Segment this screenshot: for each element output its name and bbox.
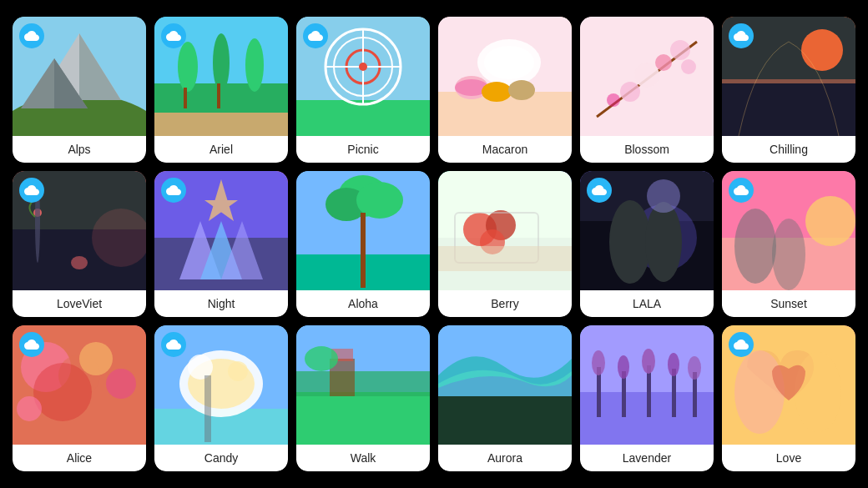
svg-point-9	[178, 42, 198, 92]
svg-point-71	[645, 202, 682, 282]
card-label-loveviet: LoveViet	[13, 290, 146, 317]
cloud-download-icon[interactable]	[729, 178, 754, 203]
card-night[interactable]: Night	[154, 171, 288, 317]
card-aurora[interactable]: Aurora	[438, 325, 572, 471]
svg-point-105	[618, 355, 629, 379]
cloud-download-icon[interactable]	[161, 23, 186, 48]
svg-point-40	[801, 29, 843, 71]
svg-point-113	[734, 350, 785, 434]
svg-point-35	[670, 40, 690, 60]
card-love[interactable]: Love	[722, 325, 855, 471]
card-candy[interactable]: Candy	[154, 325, 288, 471]
card-lavender[interactable]: Lavender	[580, 325, 714, 471]
card-label-night: Night	[154, 290, 288, 317]
card-label-alps: Alps	[13, 136, 146, 163]
svg-point-82	[79, 342, 113, 375]
svg-point-36	[607, 93, 620, 107]
cloud-download-icon[interactable]	[19, 332, 44, 357]
card-label-ariel: Ariel	[154, 136, 288, 163]
card-image-walk	[296, 325, 430, 445]
card-ariel[interactable]: Ariel	[154, 17, 288, 163]
card-image-ariel	[154, 17, 288, 136]
card-image-aurora	[438, 325, 572, 445]
svg-point-47	[71, 256, 88, 269]
card-walk[interactable]: Walk	[296, 325, 430, 471]
card-image-lala	[580, 171, 714, 290]
svg-point-11	[245, 38, 264, 92]
svg-rect-91	[204, 375, 211, 442]
card-loveviet[interactable]: LoveViet	[13, 171, 146, 317]
card-image-love	[722, 325, 855, 445]
cloud-download-icon[interactable]	[729, 23, 754, 48]
svg-point-77	[772, 219, 805, 290]
card-chilling[interactable]: Chilling	[722, 17, 855, 163]
card-label-chilling: Chilling	[722, 136, 855, 163]
cloud-download-icon[interactable]	[161, 178, 186, 203]
card-alps[interactable]: Alps	[13, 17, 146, 163]
card-picnic[interactable]: Picnic	[296, 17, 430, 163]
card-aloha[interactable]: Aloha	[296, 171, 430, 317]
svg-point-32	[620, 82, 640, 102]
svg-rect-66	[438, 246, 572, 271]
card-berry[interactable]: Berry	[438, 171, 572, 317]
card-image-berry	[438, 171, 572, 290]
svg-point-97	[305, 346, 338, 371]
card-sunset[interactable]: Sunset	[722, 171, 855, 317]
svg-point-37	[681, 59, 696, 74]
card-label-lavender: Lavender	[580, 445, 714, 471]
card-lala[interactable]: LALA	[580, 171, 714, 317]
filter-grid: Alps Ariel Picnic Macaron Blosso	[3, 7, 865, 481]
card-label-lala: LALA	[580, 290, 714, 317]
svg-point-29	[508, 80, 535, 100]
card-label-sunset: Sunset	[722, 290, 855, 317]
svg-point-114	[795, 352, 841, 432]
card-image-candy	[154, 325, 288, 445]
svg-rect-41	[722, 79, 855, 83]
svg-rect-99	[438, 396, 572, 445]
cloud-download-icon[interactable]	[161, 332, 186, 357]
card-image-night	[154, 171, 288, 290]
svg-point-34	[655, 54, 672, 71]
card-label-walk: Walk	[296, 445, 430, 471]
cloud-download-icon[interactable]	[729, 332, 754, 357]
card-image-picnic	[296, 17, 430, 136]
svg-point-10	[213, 33, 230, 92]
card-alice[interactable]: Alice	[13, 325, 146, 471]
svg-rect-12	[184, 88, 187, 108]
card-label-berry: Berry	[438, 290, 572, 317]
card-image-alps	[13, 17, 146, 136]
svg-point-90	[228, 361, 248, 381]
cloud-download-icon[interactable]	[303, 23, 328, 48]
svg-rect-59	[361, 213, 366, 288]
svg-point-111	[688, 356, 701, 380]
card-image-chilling	[722, 17, 855, 136]
card-macaron[interactable]: Macaron	[438, 17, 572, 163]
svg-point-83	[106, 369, 136, 399]
card-label-picnic: Picnic	[296, 136, 430, 163]
card-label-alice: Alice	[13, 445, 146, 471]
cloud-download-icon[interactable]	[19, 23, 44, 48]
svg-point-84	[17, 396, 42, 421]
card-image-lavender	[580, 325, 714, 445]
svg-point-33	[634, 63, 659, 88]
svg-point-75	[805, 196, 855, 246]
svg-point-109	[668, 353, 679, 376]
card-image-blossom	[580, 17, 714, 136]
card-label-candy: Candy	[154, 445, 288, 471]
svg-rect-39	[722, 83, 855, 136]
card-image-macaron	[438, 17, 572, 136]
cloud-download-icon[interactable]	[19, 178, 44, 203]
svg-rect-8	[154, 113, 288, 136]
card-blossom[interactable]: Blossom	[580, 17, 714, 163]
svg-point-76	[734, 209, 776, 284]
card-label-love: Love	[722, 445, 855, 471]
svg-rect-13	[217, 83, 220, 108]
svg-rect-94	[296, 371, 430, 396]
card-image-alice	[13, 325, 146, 445]
cloud-download-icon[interactable]	[587, 178, 612, 203]
card-label-aurora: Aurora	[438, 445, 572, 471]
svg-rect-93	[296, 392, 430, 445]
card-image-loveviet	[13, 171, 146, 290]
svg-point-103	[592, 350, 605, 375]
card-image-aloha	[296, 171, 430, 290]
